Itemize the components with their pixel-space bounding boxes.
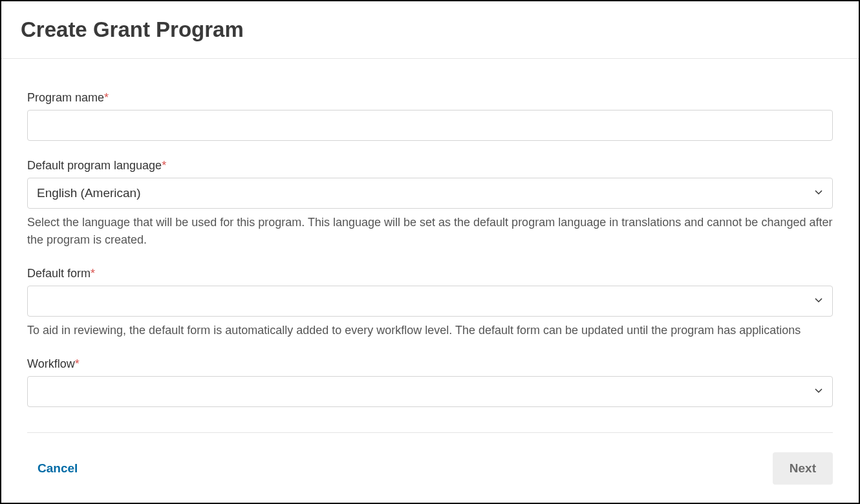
workflow-select[interactable] — [27, 376, 833, 407]
dialog-header: Create Grant Program — [1, 1, 859, 59]
dialog-title: Create Grant Program — [21, 17, 839, 42]
required-mark: * — [75, 357, 80, 370]
workflow-label: Workflow* — [27, 357, 833, 371]
default-language-select[interactable]: English (American) — [27, 178, 833, 209]
dialog-body: Program name* Default program language* … — [1, 59, 859, 413]
default-form-help: To aid in reviewing, the default form is… — [27, 322, 833, 339]
default-form-select[interactable] — [27, 286, 833, 317]
workflow-help: The application will enter this workflow… — [27, 412, 833, 413]
default-language-value: English (American) — [37, 186, 141, 200]
required-mark: * — [104, 91, 109, 104]
cancel-button[interactable]: Cancel — [27, 461, 78, 476]
program-name-label: Program name* — [27, 91, 833, 105]
default-language-field: Default program language* English (Ameri… — [27, 159, 833, 249]
dialog-footer: Cancel Next — [27, 432, 833, 503]
program-name-field: Program name* — [27, 91, 833, 141]
next-button[interactable]: Next — [773, 452, 833, 485]
default-language-label: Default program language* — [27, 159, 833, 173]
workflow-field: Workflow* The application will enter thi… — [27, 357, 833, 413]
required-mark: * — [91, 267, 95, 280]
create-grant-program-dialog: Create Grant Program Program name* Defau… — [0, 0, 860, 504]
default-form-field: Default form* To aid in reviewing, the d… — [27, 267, 833, 339]
default-language-help: Select the language that will be used fo… — [27, 214, 833, 249]
program-name-input[interactable] — [27, 110, 833, 141]
default-form-label: Default form* — [27, 267, 833, 280]
required-mark: * — [162, 159, 166, 172]
